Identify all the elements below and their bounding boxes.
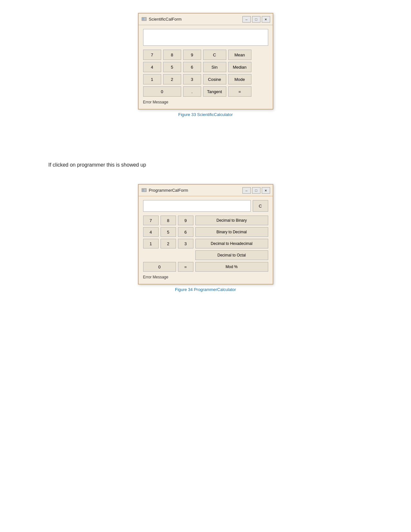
section-description: If clicked on programmer this is showed … <box>48 162 146 168</box>
btn-0[interactable]: 0 <box>143 86 181 97</box>
scientific-display[interactable] <box>143 29 268 46</box>
prog-c-button[interactable]: C <box>253 200 268 212</box>
programmer-title-bar: ProgrammerCalForm – □ × <box>139 185 273 196</box>
scientific-title: ScientificCalForm <box>149 17 182 22</box>
svg-rect-1 <box>142 18 144 19</box>
programmer-error-message: Error Message <box>143 275 268 279</box>
prog-btn-2[interactable]: 2 <box>161 239 176 248</box>
prog-minimize-button[interactable]: – <box>242 187 251 194</box>
sci-row-2: 4 5 6 Sin Median <box>143 62 268 72</box>
prog-title-bar-left: ProgrammerCalForm <box>141 188 188 193</box>
btn-median[interactable]: Median <box>228 62 251 72</box>
scientific-calculator-window: ScientificCalForm – □ × 7 8 9 C Mean 4 5… <box>138 13 273 110</box>
close-button[interactable]: × <box>262 16 270 23</box>
prog-display-row: C <box>143 200 268 212</box>
prog-btn-3[interactable]: 3 <box>178 239 193 248</box>
programmer-title: ProgrammerCalForm <box>149 188 188 193</box>
prog-btn-equals[interactable]: = <box>178 262 193 272</box>
prog-btn-binary-to-decimal[interactable]: Binary to Decimal <box>195 227 268 237</box>
figure-34-caption: Figure 34 ProgrammerCalculator <box>175 287 236 292</box>
btn-7[interactable]: 7 <box>143 50 161 60</box>
btn-8[interactable]: 8 <box>163 50 181 60</box>
prog-main-grid: 7 8 9 Decimal to Binary 4 5 6 Binary to … <box>143 216 268 237</box>
svg-rect-2 <box>142 19 144 20</box>
btn-2[interactable]: 2 <box>163 74 181 84</box>
prog-app-icon <box>141 188 147 193</box>
scientific-window-body: 7 8 9 C Mean 4 5 6 Sin Median 1 2 3 Cosi… <box>139 25 273 109</box>
figure-33-caption: Figure 33 ScientificCalculator <box>178 112 233 117</box>
app-icon <box>141 16 147 22</box>
prog-row4-grid: Decimal to Octal <box>143 250 268 260</box>
prog-btn-decimal-to-binary[interactable]: Decimal to Binary <box>195 216 268 225</box>
prog-btn-9[interactable]: 9 <box>178 216 193 225</box>
svg-rect-5 <box>142 190 144 191</box>
btn-equals[interactable]: = <box>228 86 251 97</box>
prog-row5-grid: 0 = Mod % <box>143 262 268 272</box>
btn-tangent[interactable]: Tangent <box>203 86 226 97</box>
scientific-error-message: Error Message <box>143 100 268 104</box>
svg-rect-4 <box>142 189 144 190</box>
btn-1[interactable]: 1 <box>143 74 161 84</box>
title-bar-left: ScientificCalForm <box>141 16 182 22</box>
prog-btn-1[interactable]: 1 <box>143 239 159 248</box>
prog-btn-8[interactable]: 8 <box>161 216 176 225</box>
prog-btn-4[interactable]: 4 <box>143 227 159 237</box>
prog-btn-5[interactable]: 5 <box>161 227 176 237</box>
btn-mode[interactable]: Mode <box>228 74 251 84</box>
btn-4[interactable]: 4 <box>143 62 161 72</box>
scientific-title-bar: ScientificCalForm – □ × <box>139 14 273 25</box>
prog-btn-7[interactable]: 7 <box>143 216 159 225</box>
btn-sin[interactable]: Sin <box>203 62 226 72</box>
prog-maximize-button[interactable]: □ <box>252 187 260 194</box>
btn-c[interactable]: C <box>203 50 226 60</box>
prog-title-bar-controls: – □ × <box>242 187 270 194</box>
minimize-button[interactable]: – <box>242 16 251 23</box>
prog-btn-decimal-to-octal[interactable]: Decimal to Octal <box>195 250 268 260</box>
btn-mean[interactable]: Mean <box>228 50 251 60</box>
prog-row3-grid: 1 2 3 Decimal to Hexadecimal <box>143 239 268 248</box>
prog-btn-0[interactable]: 0 <box>143 262 176 272</box>
maximize-button[interactable]: □ <box>252 16 260 23</box>
sci-row-1: 7 8 9 C Mean <box>143 50 268 60</box>
btn-5[interactable]: 5 <box>163 62 181 72</box>
prog-btn-mod[interactable]: Mod % <box>195 262 268 272</box>
prog-close-button[interactable]: × <box>262 187 270 194</box>
btn-3[interactable]: 3 <box>183 74 201 84</box>
prog-btn-6[interactable]: 6 <box>178 227 193 237</box>
title-bar-controls: – □ × <box>242 16 270 23</box>
btn-cosine[interactable]: Cosine <box>203 74 226 84</box>
sci-row-3: 1 2 3 Cosine Mode <box>143 74 268 84</box>
programmer-display[interactable] <box>143 200 251 212</box>
prog-btn-decimal-to-hexadecimal[interactable]: Decimal to Hexadecimal <box>195 239 268 248</box>
programmer-calculator-window: ProgrammerCalForm – □ × C 7 8 9 Decimal … <box>138 184 273 285</box>
btn-6[interactable]: 6 <box>183 62 201 72</box>
programmer-window-body: C 7 8 9 Decimal to Binary 4 5 6 Binary t… <box>139 196 273 284</box>
sci-row-4: 0 . Tangent = <box>143 86 268 97</box>
btn-dot[interactable]: . <box>183 86 201 97</box>
btn-9[interactable]: 9 <box>183 50 201 60</box>
